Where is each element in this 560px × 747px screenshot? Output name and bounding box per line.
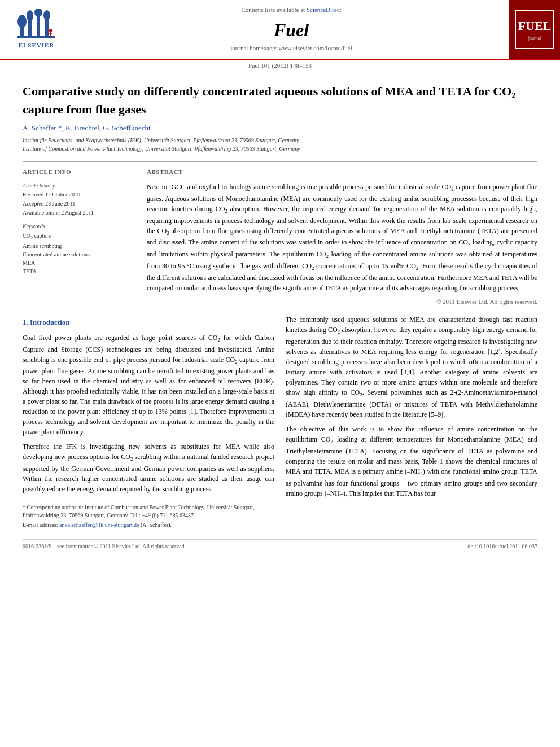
keywords-label: Keywords: <box>23 222 126 230</box>
article-info-label: ARTICLE INFO <box>23 168 126 178</box>
svg-point-1 <box>18 15 27 28</box>
abstract-column: ABSTRACT Next to IGCC and oxyfuel techno… <box>147 168 537 306</box>
keywords-section: Keywords: CO2 capture Amine scrubbing Co… <box>23 222 126 276</box>
issn-text: 0016-2361/$ – see front matter © 2011 El… <box>23 543 186 551</box>
fuel-logo-box: FUEL journal <box>515 10 554 49</box>
citation-bar: Fuel 101 (2012) 148–153 <box>0 60 560 72</box>
intro-paragraph-4: The objective of this work is to show th… <box>286 424 537 499</box>
email-suffix: (A. Schäffer). <box>141 522 172 528</box>
copyright-line: © 2011 Elsevier Ltd. All rights reserved… <box>147 298 537 306</box>
sciencedirect-line: Contents lists available at ScienceDirec… <box>241 6 341 14</box>
introduction-title: 1. Introduction <box>23 317 274 327</box>
keyword-mea: MEA <box>23 259 126 267</box>
affiliation-2: Institute of Combustion and Power Plant … <box>23 145 537 152</box>
affiliation-1: Institut für Feuerungs- und Kraftwerkste… <box>23 137 537 144</box>
svg-point-7 <box>43 10 50 20</box>
fuel-logo-sub: journal <box>528 35 541 41</box>
fuel-logo-area: FUEL journal <box>509 0 560 59</box>
bottom-bar: 0016-2361/$ – see front matter © 2011 El… <box>23 539 537 551</box>
abstract-text: Next to IGCC and oxyfuel technology amin… <box>147 182 537 293</box>
sciencedirect-label: Contents lists available at <box>241 6 305 13</box>
body-left-column: 1. Introduction Coal fired power plants … <box>23 314 274 531</box>
footnote-corresponding: * Corresponding author at: Institute of … <box>23 504 274 519</box>
svg-point-9 <box>49 29 53 32</box>
available-date: Available online 2 August 2011 <box>23 209 126 217</box>
elsevier-logo: ELSEVIER <box>17 9 56 50</box>
fuel-logo-text: FUEL <box>518 18 552 35</box>
page-header: ELSEVIER Contents lists available at Sci… <box>0 0 560 60</box>
footnote-email: E-mail address: anke.schaeffer@ifk.uni-s… <box>23 521 274 529</box>
article-title: Comparative study on differently concent… <box>23 84 537 117</box>
svg-rect-2 <box>28 20 32 37</box>
intro-paragraph-2: Therefore the IFK is investigating new s… <box>23 442 274 494</box>
keyword-amine-scrubbing: Amine scrubbing <box>23 242 126 250</box>
keyword-co2-capture: CO2 capture <box>23 231 126 242</box>
body-right-column: The commonly used aqueous solutions of M… <box>286 314 537 531</box>
section-title-text: Introduction <box>30 318 70 326</box>
svg-point-3 <box>27 10 33 21</box>
elsevier-logo-area: ELSEVIER <box>0 0 73 59</box>
svg-rect-8 <box>17 36 55 38</box>
article-body-columns: ARTICLE INFO Article history: Received 1… <box>23 161 537 306</box>
abstract-label: ABSTRACT <box>147 168 537 178</box>
journal-header: Contents lists available at ScienceDirec… <box>73 0 509 59</box>
sciencedirect-link[interactable]: ScienceDirect <box>307 6 342 13</box>
journal-title: Fuel <box>274 18 309 43</box>
keyword-concentrated-amine: Concentrated amine solutions <box>23 250 126 259</box>
received-date: Received 1 October 2010 <box>23 191 126 199</box>
email-link[interactable]: anke.schaeffer@ifk.uni-stuttgart.de <box>59 522 139 528</box>
article-info-column: ARTICLE INFO Article history: Received 1… <box>23 168 135 306</box>
elsevier-tree-icon <box>17 9 56 40</box>
footnote-section: * Corresponding author at: Institute of … <box>23 500 274 529</box>
email-label-text: E-mail address: <box>23 522 58 528</box>
svg-rect-6 <box>45 19 49 37</box>
svg-rect-4 <box>37 15 40 37</box>
history-label: Article history: <box>23 182 126 190</box>
main-content: Comparative study on differently concent… <box>0 72 560 562</box>
journal-homepage: journal homepage: www.elsevier.com/locat… <box>230 44 352 53</box>
introduction-section: 1. Introduction Coal fired power plants … <box>23 314 537 531</box>
accepted-date: Accepted 23 June 2011 <box>23 200 126 208</box>
intro-paragraph-1: Coal fired power plants are regarded as … <box>23 333 274 438</box>
svg-point-5 <box>34 9 42 17</box>
intro-paragraph-3: The commonly used aqueous solutions of M… <box>286 314 537 420</box>
authors: A. Schäffer *, K. Brechtel, G. Scheffkne… <box>23 123 537 133</box>
keyword-teta: TETA <box>23 267 126 276</box>
section-number: 1. <box>23 318 28 326</box>
elsevier-text: ELSEVIER <box>19 41 55 50</box>
doi-text: doi:10.1016/j.fuel.2011.06.037 <box>467 543 537 551</box>
